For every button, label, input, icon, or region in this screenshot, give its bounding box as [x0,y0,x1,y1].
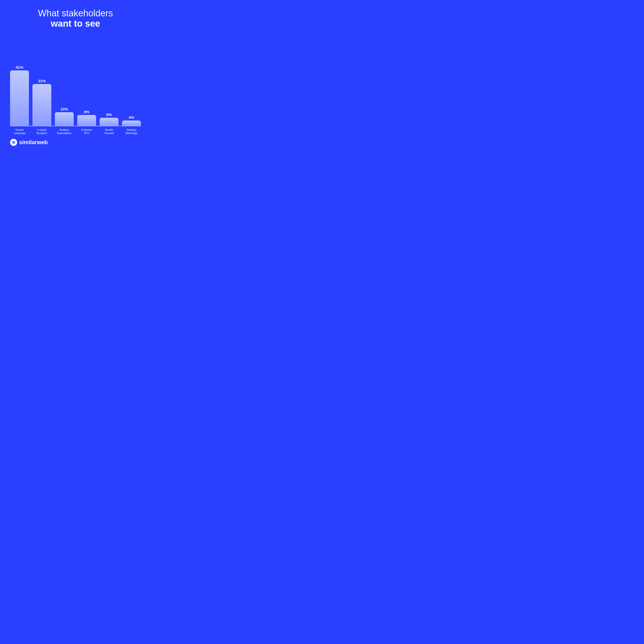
bar-label: CustomerPOV [77,128,96,135]
bar-label: HonestLandscape [10,128,29,135]
bar-value: 41% [16,65,23,69]
bar-label: RealisticExpectations [55,128,74,135]
bar-rect [32,84,51,126]
bar-group: 10% [55,107,74,126]
chart-area: 41%31%10%8%6%4% HonestLandscapeIn-depthR… [10,35,141,135]
bar-rect [55,112,74,126]
bar-group: 41% [10,65,29,126]
similarweb-logo-icon [10,139,17,146]
title-section: What stakeholders want to see [38,8,113,29]
bar-group: 31% [32,79,51,126]
bar-label: In-depthResearch [32,128,51,135]
title-line1: What stakeholders [38,8,113,18]
bar-rect [122,120,141,126]
bar-value: 8% [84,110,90,114]
bar-value: 6% [106,112,112,117]
labels-row: HonestLandscapeIn-depthResearchRealistic… [10,128,141,135]
bar-label: StrategicAdvantage [122,128,141,135]
bar-rect [77,115,96,126]
bar-group: 4% [122,115,141,126]
bar-label: BenefitFocused [100,128,118,135]
bar-value: 31% [38,79,46,83]
footer: similarweb [10,139,48,146]
chart-baseline [10,126,141,126]
bar-value: 4% [129,115,134,119]
title-line2: want to see [38,18,113,29]
bar-value: 10% [60,107,68,111]
bar-group: 6% [100,112,118,126]
bars-container: 41%31%10%8%6%4% [10,35,141,126]
bar-rect [100,118,118,126]
logo-text: similarweb [19,139,48,146]
bar-rect [10,70,29,126]
bar-group: 8% [77,110,96,126]
page-wrapper: What stakeholders want to see 41%31%10%8… [0,0,151,151]
